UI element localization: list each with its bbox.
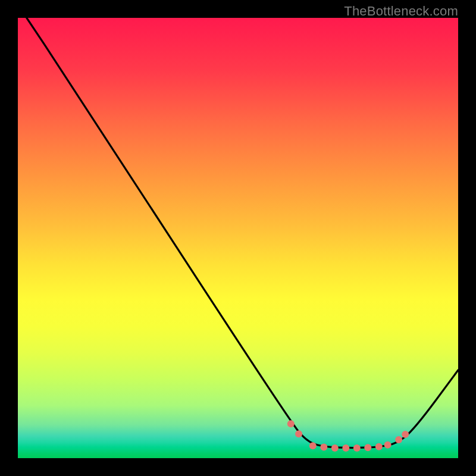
- bottleneck-curve: [27, 18, 458, 448]
- data-point-marker: [402, 431, 409, 438]
- watermark-text: TheBottleneck.com: [344, 4, 458, 19]
- curve-layer: [27, 18, 458, 448]
- chart-svg: [18, 18, 458, 458]
- chart-container: TheBottleneck.com: [0, 0, 476, 476]
- markers-layer: [287, 420, 409, 452]
- plot-area: [18, 18, 458, 458]
- data-point-marker: [331, 444, 339, 452]
- data-point-marker: [287, 420, 295, 427]
- data-point-marker: [309, 442, 317, 449]
- data-point-marker: [295, 430, 302, 437]
- data-point-marker: [353, 444, 361, 452]
- data-point-marker: [364, 444, 371, 451]
- data-point-marker: [395, 436, 402, 443]
- data-point-marker: [320, 444, 327, 451]
- data-point-marker: [375, 443, 383, 450]
- data-point-marker: [384, 441, 392, 449]
- data-point-marker: [342, 444, 349, 452]
